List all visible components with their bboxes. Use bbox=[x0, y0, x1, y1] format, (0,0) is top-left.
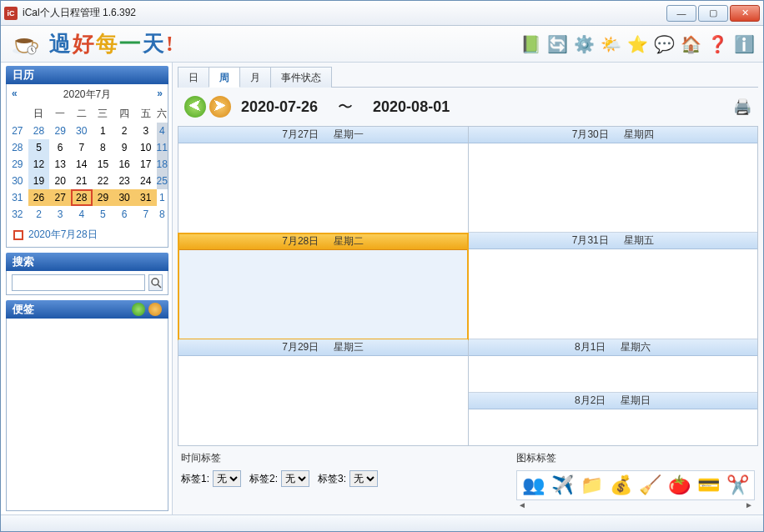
scroll-right-icon[interactable]: ► bbox=[745, 500, 753, 509]
mini-cal-day[interactable]: 4 bbox=[71, 206, 93, 223]
prev-week-button[interactable]: ⮜ bbox=[184, 96, 206, 118]
mini-cal-day[interactable]: 22 bbox=[93, 173, 114, 189]
mini-cal-day[interactable]: 14 bbox=[71, 156, 93, 173]
mini-cal-day[interactable]: 29 bbox=[49, 123, 71, 139]
mini-cal-day[interactable]: 8 bbox=[93, 139, 114, 156]
mini-cal-day[interactable]: 28 bbox=[71, 189, 93, 206]
week-number[interactable]: 29 bbox=[7, 156, 28, 173]
minimize-button[interactable]: — bbox=[666, 5, 696, 22]
mini-cal-day[interactable]: 3 bbox=[49, 206, 71, 223]
search-input[interactable] bbox=[12, 274, 145, 291]
mini-cal-day[interactable]: 5 bbox=[28, 139, 50, 156]
tag-icon[interactable]: 💳 bbox=[697, 474, 720, 496]
mini-cal-day[interactable]: 8 bbox=[157, 206, 168, 223]
remove-note-button[interactable] bbox=[148, 303, 162, 316]
today-date-link[interactable]: 2020年7月28日 bbox=[28, 228, 98, 242]
chat-icon[interactable]: 💬 bbox=[653, 33, 675, 55]
mini-cal-day[interactable]: 30 bbox=[71, 123, 93, 139]
tab-day[interactable]: 日 bbox=[178, 67, 209, 88]
mini-cal-day[interactable]: 16 bbox=[113, 156, 135, 173]
info-icon[interactable]: ℹ️ bbox=[733, 33, 755, 55]
day-cell[interactable]: 8月2日星期日 bbox=[469, 393, 758, 445]
mini-cal-day[interactable]: 17 bbox=[135, 156, 157, 173]
mini-cal-day[interactable]: 2 bbox=[28, 206, 50, 223]
icon-tag-strip[interactable]: 👥✈️📁💰🧹🍅💳✂️ bbox=[516, 470, 755, 500]
next-month-button[interactable]: » bbox=[157, 88, 163, 102]
mini-cal-day[interactable]: 24 bbox=[135, 173, 157, 189]
week-number[interactable]: 27 bbox=[7, 123, 28, 139]
tag-icon[interactable]: 📁 bbox=[581, 474, 603, 496]
mini-calendar[interactable]: 日一二三四五六 27282930123428567891011291213141… bbox=[7, 105, 168, 223]
today-marker-icon bbox=[13, 230, 23, 240]
mini-cal-day[interactable]: 15 bbox=[93, 156, 114, 173]
sync-icon[interactable]: 🔄 bbox=[546, 33, 568, 55]
mini-cal-day[interactable]: 10 bbox=[135, 139, 157, 156]
star-icon[interactable]: ⭐ bbox=[626, 33, 648, 55]
search-button[interactable] bbox=[148, 274, 163, 291]
week-number[interactable]: 30 bbox=[7, 173, 28, 189]
mini-cal-day[interactable]: 30 bbox=[113, 189, 135, 206]
close-button[interactable]: ✕ bbox=[730, 5, 760, 22]
tag3-select[interactable]: 无 bbox=[349, 470, 378, 487]
mini-cal-day[interactable]: 6 bbox=[49, 139, 71, 156]
help-icon[interactable]: ❓ bbox=[706, 33, 728, 55]
print-button[interactable]: 🖨️ bbox=[733, 98, 751, 116]
mini-cal-day[interactable]: 13 bbox=[49, 156, 71, 173]
book-icon[interactable]: 📗 bbox=[520, 33, 541, 55]
week-number[interactable]: 31 bbox=[7, 189, 28, 206]
day-cell[interactable]: 8月1日星期六 bbox=[469, 339, 758, 393]
mini-cal-day[interactable]: 9 bbox=[113, 139, 135, 156]
week-number[interactable]: 28 bbox=[7, 139, 28, 156]
week-number[interactable]: 32 bbox=[7, 206, 28, 223]
tab-week[interactable]: 周 bbox=[209, 67, 240, 88]
home-icon[interactable]: 🏠 bbox=[680, 33, 701, 55]
day-cell[interactable]: 7月28日星期二 bbox=[178, 233, 468, 340]
tag-icon[interactable]: ✈️ bbox=[551, 474, 574, 496]
day-cell[interactable]: 7月29日星期三 bbox=[178, 339, 468, 445]
mini-cal-day[interactable]: 7 bbox=[135, 206, 157, 223]
scroll-left-icon[interactable]: ◄ bbox=[518, 500, 526, 509]
tag-icon[interactable]: 🧹 bbox=[639, 474, 661, 496]
day-cell[interactable]: 7月31日星期五 bbox=[469, 233, 758, 339]
day-weekday: 星期六 bbox=[621, 340, 651, 354]
mini-cal-day[interactable]: 7 bbox=[71, 139, 93, 156]
mini-cal-day[interactable]: 26 bbox=[28, 189, 50, 206]
mini-cal-day[interactable]: 28 bbox=[28, 123, 50, 139]
day-cell[interactable]: 7月27日星期一 bbox=[178, 127, 468, 233]
tag-icon[interactable]: 🍅 bbox=[668, 474, 691, 496]
mini-cal-day[interactable]: 11 bbox=[157, 139, 168, 156]
prev-month-button[interactable]: « bbox=[12, 88, 18, 102]
tag-icon[interactable]: 💰 bbox=[610, 474, 632, 496]
weather-icon[interactable]: 🌤️ bbox=[600, 33, 621, 55]
tag2-select[interactable]: 无 bbox=[281, 470, 309, 487]
mini-cal-day[interactable]: 27 bbox=[49, 189, 71, 206]
tag1-select[interactable]: 无 bbox=[213, 470, 241, 487]
mini-cal-day[interactable]: 20 bbox=[49, 173, 71, 189]
mini-cal-day[interactable]: 6 bbox=[113, 206, 135, 223]
mini-cal-day[interactable]: 3 bbox=[135, 123, 157, 139]
notes-list[interactable] bbox=[6, 319, 168, 511]
day-date: 7月30日 bbox=[572, 128, 609, 142]
mini-cal-day[interactable]: 21 bbox=[71, 173, 93, 189]
mini-cal-day[interactable]: 31 bbox=[135, 189, 157, 206]
tag-icon[interactable]: ✂️ bbox=[726, 474, 749, 496]
mini-cal-day[interactable]: 25 bbox=[157, 173, 168, 189]
mini-cal-day[interactable]: 5 bbox=[93, 206, 114, 223]
mini-cal-day[interactable]: 1 bbox=[93, 123, 114, 139]
maximize-button[interactable]: ▢ bbox=[698, 5, 728, 22]
mini-cal-day[interactable]: 23 bbox=[113, 173, 135, 189]
mini-cal-day[interactable]: 4 bbox=[157, 123, 168, 139]
mini-cal-day[interactable]: 1 bbox=[157, 189, 168, 206]
next-week-button[interactable]: ⮞ bbox=[209, 96, 231, 118]
mini-cal-day[interactable]: 29 bbox=[93, 189, 114, 206]
tab-event-status[interactable]: 事件状态 bbox=[270, 67, 332, 88]
gear-icon[interactable]: ⚙️ bbox=[573, 33, 595, 55]
mini-cal-day[interactable]: 2 bbox=[113, 123, 135, 139]
day-cell[interactable]: 7月30日星期四 bbox=[469, 127, 758, 233]
mini-cal-day[interactable]: 18 bbox=[157, 156, 168, 173]
mini-cal-day[interactable]: 19 bbox=[28, 173, 50, 189]
tag-icon[interactable]: 👥 bbox=[522, 474, 545, 496]
add-note-button[interactable] bbox=[132, 303, 145, 316]
tab-month[interactable]: 月 bbox=[239, 67, 271, 88]
mini-cal-day[interactable]: 12 bbox=[28, 156, 50, 173]
